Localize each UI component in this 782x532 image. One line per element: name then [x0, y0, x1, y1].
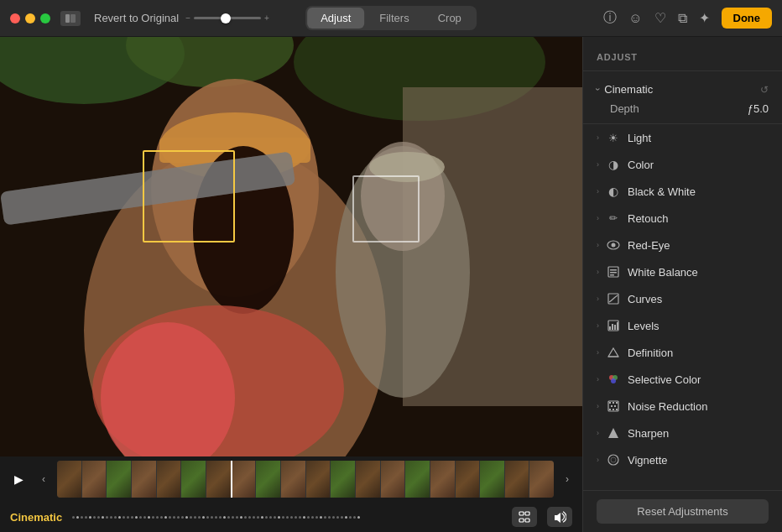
nav-prev-arrow[interactable]: ‹	[35, 467, 52, 491]
sidebar-toggle[interactable]	[60, 11, 81, 26]
info-icon[interactable]: ⓘ	[603, 9, 617, 27]
color-icon: ◑	[606, 157, 621, 172]
nav-next-arrow[interactable]: ›	[559, 467, 576, 491]
adjust-item-white-balance[interactable]: › White Balance	[583, 258, 782, 285]
filmstrip-inner	[57, 461, 554, 498]
reset-adjustments-button[interactable]: Reset Adjustments	[597, 499, 769, 524]
adjust-item-light[interactable]: › ☀ Light	[583, 124, 782, 151]
nr-label: Noise Reduction	[628, 400, 707, 413]
tab-filters[interactable]: Filters	[366, 8, 422, 29]
levels-chevron-icon: ›	[597, 321, 599, 330]
cinematic-reset-icon[interactable]: ↺	[760, 84, 769, 96]
svg-rect-44	[614, 405, 616, 407]
brightness-slider[interactable]: − +	[185, 13, 269, 23]
color-label: Color	[628, 159, 654, 171]
svg-point-48	[608, 455, 618, 465]
tab-crop[interactable]: Crop	[425, 8, 475, 29]
filmstrip[interactable]	[57, 461, 554, 498]
traffic-lights	[10, 13, 50, 23]
track-dot	[164, 516, 167, 519]
done-button[interactable]: Done	[722, 8, 773, 29]
fullscreen-button[interactable]	[512, 507, 537, 527]
revert-label[interactable]: Revert to Original	[94, 12, 179, 24]
vignette-label: Vignette	[628, 454, 667, 467]
track-dot	[106, 516, 108, 519]
slider-track	[194, 17, 261, 19]
track-dot	[278, 516, 280, 519]
svg-point-49	[611, 457, 616, 462]
panel-footer: Reset Adjustments	[583, 490, 782, 532]
heart-icon[interactable]: ♡	[654, 10, 666, 26]
maximize-button[interactable]	[40, 13, 50, 23]
track-dot	[345, 516, 347, 519]
adjust-item-noise-reduction[interactable]: › Noise Reduction	[583, 393, 782, 420]
track-dot	[299, 516, 301, 519]
track-dot	[257, 516, 259, 519]
definition-label: Definition	[628, 347, 673, 359]
depth-value: ƒ5.0	[748, 102, 769, 115]
wb-icon	[606, 264, 621, 279]
adjust-item-color[interactable]: › ◑ Color	[583, 151, 782, 178]
sparkle-icon[interactable]: ✦	[699, 10, 710, 26]
film-frame	[331, 461, 355, 498]
track-dot	[324, 516, 326, 519]
film-frame	[107, 461, 131, 498]
track-dot	[295, 516, 297, 519]
panel-header: ADJUST	[583, 37, 782, 71]
play-button[interactable]: ▶	[7, 467, 30, 491]
cinematic-section-header[interactable]: › Cinematic ↺	[583, 78, 782, 101]
curves-label: Curves	[628, 293, 662, 305]
film-frame	[306, 461, 331, 498]
track-dot	[328, 516, 331, 519]
film-frame	[381, 461, 405, 498]
svg-rect-19	[519, 512, 524, 515]
film-frame	[356, 461, 380, 498]
adjust-item-retouch[interactable]: › ✏ Retouch	[583, 205, 782, 232]
levels-icon	[606, 318, 621, 333]
film-frame	[405, 461, 430, 498]
track-dot	[253, 516, 255, 519]
adjust-item-sharpen[interactable]: › Sharpen	[583, 420, 782, 446]
film-frame	[480, 461, 504, 498]
brightness-max-icon: +	[264, 13, 269, 23]
adjust-item-vignette[interactable]: › Vignette	[583, 446, 782, 473]
track-dot	[265, 516, 268, 519]
adjust-item-black-white[interactable]: › ◐ Black & White	[583, 178, 782, 205]
svg-rect-42	[616, 402, 618, 404]
close-button[interactable]	[10, 13, 20, 23]
bw-chevron-icon: ›	[597, 187, 599, 196]
track-dot	[227, 516, 230, 519]
film-frame	[206, 461, 231, 498]
adjust-item-definition[interactable]: › Definition	[583, 339, 782, 366]
svg-rect-21	[519, 519, 524, 522]
definition-chevron-icon: ›	[597, 348, 599, 357]
retouch-label: Retouch	[628, 212, 668, 225]
film-frame	[232, 461, 256, 498]
emoji-icon[interactable]: ☺	[628, 11, 642, 26]
svg-rect-45	[609, 409, 611, 410]
film-frame	[132, 461, 156, 498]
svg-rect-26	[610, 269, 617, 271]
film-frame	[256, 461, 280, 498]
film-frame	[82, 461, 107, 498]
track-dot	[211, 516, 213, 519]
tab-adjust[interactable]: Adjust	[307, 8, 364, 29]
track-dot	[102, 516, 104, 519]
copy-icon[interactable]: ⧉	[678, 11, 687, 26]
film-frame	[181, 461, 206, 498]
audio-button[interactable]	[547, 507, 572, 527]
track-dot	[206, 516, 209, 519]
svg-rect-27	[610, 272, 617, 274]
adjust-item-curves[interactable]: › Curves	[583, 285, 782, 312]
sharpen-icon	[606, 425, 621, 441]
track-dot	[357, 516, 360, 519]
minimize-button[interactable]	[25, 13, 35, 23]
adjust-item-red-eye[interactable]: › Red-Eye	[583, 232, 782, 258]
track-dot	[173, 516, 175, 519]
adjust-item-levels[interactable]: › Levels	[583, 312, 782, 339]
track-dot	[93, 516, 96, 519]
adjust-item-selective-color[interactable]: › Selective Color	[583, 366, 782, 393]
track-dot	[118, 516, 121, 519]
retouch-chevron-icon: ›	[597, 214, 599, 222]
track-dot	[341, 516, 343, 519]
